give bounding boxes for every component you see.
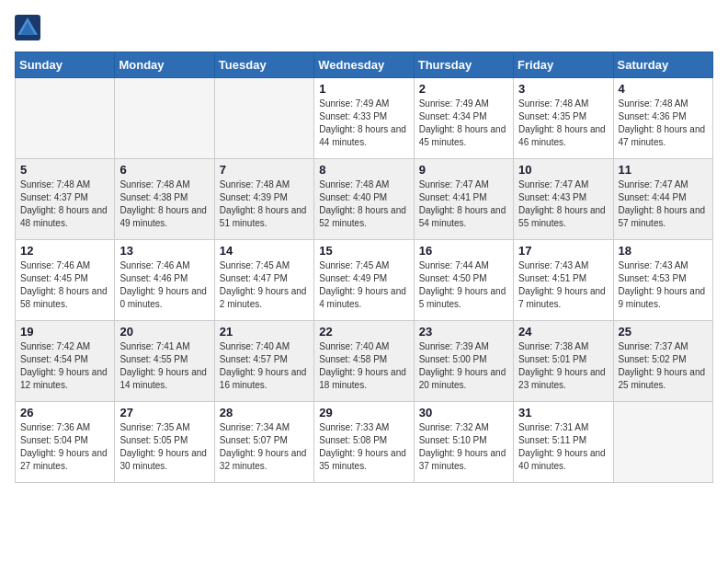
day-number: 23 (419, 325, 508, 339)
day-info: Sunrise: 7:44 AMSunset: 4:50 PMDaylight:… (419, 260, 506, 309)
day-info: Sunrise: 7:45 AMSunset: 4:49 PMDaylight:… (319, 260, 406, 309)
day-number: 6 (119, 163, 209, 177)
day-cell: 16 Sunrise: 7:44 AMSunset: 4:50 PMDaylig… (414, 240, 513, 321)
day-cell: 28 Sunrise: 7:34 AMSunset: 5:07 PMDaylig… (214, 402, 313, 483)
header-tuesday: Tuesday (214, 52, 313, 78)
day-info: Sunrise: 7:40 AMSunset: 4:57 PMDaylight:… (220, 341, 307, 390)
header-thursday: Thursday (414, 52, 513, 78)
day-number: 3 (518, 82, 608, 96)
day-cell: 27 Sunrise: 7:35 AMSunset: 5:05 PMDaylig… (115, 402, 214, 483)
day-info: Sunrise: 7:39 AMSunset: 5:00 PMDaylight:… (419, 341, 506, 390)
day-info: Sunrise: 7:37 AMSunset: 5:02 PMDaylight:… (619, 341, 706, 390)
day-info: Sunrise: 7:45 AMSunset: 4:47 PMDaylight:… (220, 260, 307, 309)
day-info: Sunrise: 7:48 AMSunset: 4:39 PMDaylight:… (220, 179, 307, 228)
calendar-table: SundayMondayTuesdayWednesdayThursdayFrid… (15, 52, 713, 483)
day-info: Sunrise: 7:46 AMSunset: 4:46 PMDaylight:… (119, 260, 207, 309)
day-cell: 29 Sunrise: 7:33 AMSunset: 5:08 PMDaylig… (314, 402, 414, 483)
logo-icon (15, 15, 40, 40)
day-number: 1 (319, 82, 408, 96)
day-info: Sunrise: 7:48 AMSunset: 4:38 PMDaylight:… (119, 179, 207, 228)
day-info: Sunrise: 7:48 AMSunset: 4:35 PMDaylight:… (518, 98, 606, 147)
day-info: Sunrise: 7:46 AMSunset: 4:45 PMDaylight:… (20, 260, 108, 309)
day-cell (16, 78, 115, 159)
day-number: 9 (419, 163, 508, 177)
day-info: Sunrise: 7:33 AMSunset: 5:08 PMDaylight:… (319, 422, 406, 471)
day-info: Sunrise: 7:43 AMSunset: 4:53 PMDaylight:… (619, 260, 706, 309)
day-number: 10 (518, 163, 608, 177)
day-info: Sunrise: 7:48 AMSunset: 4:40 PMDaylight:… (319, 179, 406, 228)
day-info: Sunrise: 7:43 AMSunset: 4:51 PMDaylight:… (518, 260, 606, 309)
day-cell: 1 Sunrise: 7:49 AMSunset: 4:33 PMDayligh… (314, 78, 414, 159)
day-info: Sunrise: 7:34 AMSunset: 5:07 PMDaylight:… (220, 422, 307, 471)
day-info: Sunrise: 7:47 AMSunset: 4:41 PMDaylight:… (419, 179, 506, 228)
day-info: Sunrise: 7:35 AMSunset: 5:05 PMDaylight:… (119, 422, 207, 471)
day-cell (115, 78, 214, 159)
day-cell: 6 Sunrise: 7:48 AMSunset: 4:38 PMDayligh… (115, 159, 214, 240)
week-row-4: 19 Sunrise: 7:42 AMSunset: 4:54 PMDaylig… (16, 321, 713, 402)
day-info: Sunrise: 7:38 AMSunset: 5:01 PMDaylight:… (518, 341, 606, 390)
day-cell (214, 78, 313, 159)
day-cell: 10 Sunrise: 7:47 AMSunset: 4:43 PMDaylig… (514, 159, 613, 240)
day-info: Sunrise: 7:49 AMSunset: 4:33 PMDaylight:… (319, 98, 406, 147)
day-info: Sunrise: 7:48 AMSunset: 4:37 PMDaylight:… (20, 179, 108, 228)
day-cell: 4 Sunrise: 7:48 AMSunset: 4:36 PMDayligh… (613, 78, 712, 159)
day-info: Sunrise: 7:32 AMSunset: 5:10 PMDaylight:… (419, 422, 506, 471)
day-cell: 17 Sunrise: 7:43 AMSunset: 4:51 PMDaylig… (514, 240, 613, 321)
day-number: 2 (419, 82, 508, 96)
day-cell: 5 Sunrise: 7:48 AMSunset: 4:37 PMDayligh… (16, 159, 115, 240)
day-number: 17 (518, 244, 608, 258)
day-number: 21 (220, 325, 309, 339)
day-number: 28 (220, 406, 309, 419)
header-sunday: Sunday (16, 52, 115, 78)
day-cell: 31 Sunrise: 7:31 AMSunset: 5:11 PMDaylig… (514, 402, 613, 483)
week-row-2: 5 Sunrise: 7:48 AMSunset: 4:37 PMDayligh… (16, 159, 713, 240)
day-cell: 30 Sunrise: 7:32 AMSunset: 5:10 PMDaylig… (414, 402, 513, 483)
day-cell: 11 Sunrise: 7:47 AMSunset: 4:44 PMDaylig… (613, 159, 712, 240)
header-friday: Friday (514, 52, 613, 78)
day-info: Sunrise: 7:36 AMSunset: 5:04 PMDaylight:… (20, 422, 108, 471)
day-number: 29 (319, 406, 408, 419)
day-cell: 21 Sunrise: 7:40 AMSunset: 4:57 PMDaylig… (214, 321, 313, 402)
day-cell: 20 Sunrise: 7:41 AMSunset: 4:55 PMDaylig… (115, 321, 214, 402)
day-number: 30 (419, 406, 508, 419)
header-saturday: Saturday (613, 52, 712, 78)
day-info: Sunrise: 7:47 AMSunset: 4:44 PMDaylight:… (619, 179, 706, 228)
day-cell: 13 Sunrise: 7:46 AMSunset: 4:46 PMDaylig… (115, 240, 214, 321)
day-number: 31 (518, 406, 608, 419)
day-number: 27 (119, 406, 209, 419)
day-info: Sunrise: 7:31 AMSunset: 5:11 PMDaylight:… (518, 422, 606, 471)
day-number: 15 (319, 244, 408, 258)
day-number: 13 (119, 244, 209, 258)
header-wednesday: Wednesday (314, 52, 414, 78)
day-number: 12 (20, 244, 109, 258)
day-info: Sunrise: 7:40 AMSunset: 4:58 PMDaylight:… (319, 341, 406, 390)
day-cell: 23 Sunrise: 7:39 AMSunset: 5:00 PMDaylig… (414, 321, 513, 402)
day-cell: 3 Sunrise: 7:48 AMSunset: 4:35 PMDayligh… (514, 78, 613, 159)
page-header (15, 15, 713, 40)
day-number: 25 (619, 325, 708, 339)
day-cell: 15 Sunrise: 7:45 AMSunset: 4:49 PMDaylig… (314, 240, 414, 321)
day-number: 24 (518, 325, 608, 339)
header-monday: Monday (115, 52, 214, 78)
day-number: 8 (319, 163, 408, 177)
day-cell: 26 Sunrise: 7:36 AMSunset: 5:04 PMDaylig… (16, 402, 115, 483)
logo (15, 15, 44, 40)
day-number: 22 (319, 325, 408, 339)
day-number: 16 (419, 244, 508, 258)
day-info: Sunrise: 7:41 AMSunset: 4:55 PMDaylight:… (119, 341, 207, 390)
week-row-5: 26 Sunrise: 7:36 AMSunset: 5:04 PMDaylig… (16, 402, 713, 483)
day-info: Sunrise: 7:48 AMSunset: 4:36 PMDaylight:… (619, 98, 706, 147)
day-cell: 22 Sunrise: 7:40 AMSunset: 4:58 PMDaylig… (314, 321, 414, 402)
day-number: 5 (20, 163, 109, 177)
day-cell (613, 402, 712, 483)
day-cell: 7 Sunrise: 7:48 AMSunset: 4:39 PMDayligh… (214, 159, 313, 240)
day-info: Sunrise: 7:49 AMSunset: 4:34 PMDaylight:… (419, 98, 506, 147)
day-number: 18 (619, 244, 708, 258)
day-number: 14 (220, 244, 309, 258)
day-cell: 18 Sunrise: 7:43 AMSunset: 4:53 PMDaylig… (613, 240, 712, 321)
day-cell: 12 Sunrise: 7:46 AMSunset: 4:45 PMDaylig… (16, 240, 115, 321)
day-cell: 9 Sunrise: 7:47 AMSunset: 4:41 PMDayligh… (414, 159, 513, 240)
day-cell: 25 Sunrise: 7:37 AMSunset: 5:02 PMDaylig… (613, 321, 712, 402)
week-row-1: 1 Sunrise: 7:49 AMSunset: 4:33 PMDayligh… (16, 78, 713, 159)
day-cell: 2 Sunrise: 7:49 AMSunset: 4:34 PMDayligh… (414, 78, 513, 159)
